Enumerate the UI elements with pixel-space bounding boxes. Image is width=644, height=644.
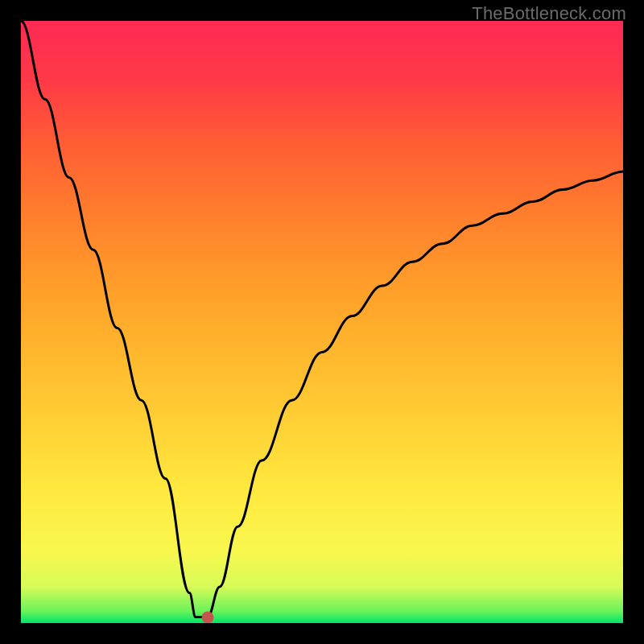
plot-area (21, 21, 623, 623)
optimum-point-marker (201, 611, 213, 623)
chart-frame: TheBottleneck.com (0, 0, 644, 644)
bottleneck-curve (21, 21, 623, 623)
curve-path (21, 21, 623, 617)
